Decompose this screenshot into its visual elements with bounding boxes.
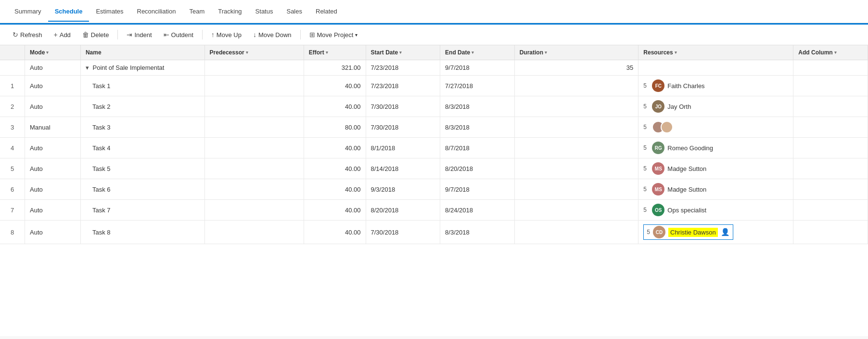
row-addcol-2 [793, 96, 868, 117]
row-addcol-4 [793, 138, 868, 158]
row-name-4[interactable]: Task 4 [80, 138, 204, 158]
col-enddate-header[interactable]: End Date ▾ [440, 45, 515, 60]
row-addcol-1 [793, 76, 868, 96]
row-name-5[interactable]: Task 5 [80, 158, 204, 179]
col-mode-header[interactable]: Mode ▾ [25, 45, 81, 60]
row-duration-5 [514, 158, 638, 179]
summary-name[interactable]: ▾ Point of Sale Implementat [80, 60, 204, 76]
move-up-icon: ↑ [211, 31, 215, 39]
col-addcol-header[interactable]: Add Column ▾ [793, 45, 868, 60]
row-mode-2: Auto [25, 96, 81, 117]
row-num-8: 8 [0, 221, 25, 244]
row-resources-2[interactable]: 5 JO Jay Orth [638, 96, 793, 117]
row-duration-6 [514, 179, 638, 200]
nav-sales[interactable]: Sales [280, 1, 309, 22]
table-row: 4AutoTask 440.008/1/20188/7/2018 5 RG Ro… [0, 138, 868, 158]
add-button[interactable]: + Add [49, 28, 76, 41]
resource-name-4: Romeo Gooding [667, 144, 713, 152]
move-project-button[interactable]: ⊞ Move Project ▾ [305, 28, 363, 41]
summary-resources [638, 60, 793, 76]
nav-summary[interactable]: Summary [8, 1, 48, 22]
row-duration-7 [514, 200, 638, 221]
table-row: 2AutoTask 240.007/30/20188/3/2018 5 JO J… [0, 96, 868, 117]
indent-button[interactable]: ⇥ Indent [122, 28, 156, 41]
row-effort-7: 40.00 [304, 200, 366, 221]
row-resources-8[interactable]: 5 CD Christie Dawson 👤 [638, 221, 793, 244]
move-down-button[interactable]: ↓ Move Down [248, 28, 296, 41]
row-name-6[interactable]: Task 6 [80, 179, 204, 200]
top-nav: Summary Schedule Estimates Reconciliatio… [0, 0, 868, 23]
row-resources-1[interactable]: 5 FC Faith Charles [638, 76, 793, 96]
resource-name-5: Madge Sutton [667, 165, 706, 172]
duration-sort-icon: ▾ [545, 50, 547, 55]
refresh-icon: ↻ [13, 31, 18, 39]
delete-button[interactable]: 🗑 Delete [77, 28, 114, 41]
row-startdate-7: 8/20/2018 [366, 200, 440, 221]
table-body: Auto ▾ Point of Sale Implementat 321.00 … [0, 60, 868, 244]
resource-count-1: 5 [643, 82, 649, 89]
table-row: 8AutoTask 840.007/30/20188/3/2018 5 CD C… [0, 221, 868, 244]
row-duration-1 [514, 76, 638, 96]
row-resources-6[interactable]: 5 MS Madge Sutton [638, 179, 793, 200]
col-name-header[interactable]: Name [80, 45, 204, 60]
collapse-icon[interactable]: ▾ [86, 64, 89, 71]
col-startdate-header[interactable]: Start Date ▾ [366, 45, 440, 60]
nav-status[interactable]: Status [249, 1, 280, 22]
row-predecessor-7 [204, 200, 304, 221]
row-resources-4[interactable]: 5 RG Romeo Gooding [638, 138, 793, 158]
row-enddate-8: 8/3/2018 [440, 221, 515, 244]
row-name-7[interactable]: Task 7 [80, 200, 204, 221]
startdate-sort-icon: ▾ [399, 50, 402, 55]
nav-reconciliation[interactable]: Reconciliation [130, 1, 183, 22]
nav-schedule[interactable]: Schedule [48, 1, 89, 22]
outdent-icon: ⇤ [164, 31, 169, 39]
row-startdate-4: 8/1/2018 [366, 138, 440, 158]
summary-predecessor [204, 60, 304, 76]
outdent-button[interactable]: ⇤ Outdent [159, 28, 198, 41]
move-project-icon: ⊞ [309, 31, 315, 39]
row-name-3[interactable]: Task 3 [80, 117, 204, 138]
col-resources-header[interactable]: Resources ▾ [638, 45, 793, 60]
row-resources-5[interactable]: 5 MS Madge Sutton [638, 158, 793, 179]
table-row: 6AutoTask 640.009/3/20189/7/2018 5 MS Ma… [0, 179, 868, 200]
row-name-2[interactable]: Task 2 [80, 96, 204, 117]
row-mode-5: Auto [25, 158, 81, 179]
row-predecessor-6 [204, 179, 304, 200]
row-startdate-6: 9/3/2018 [366, 179, 440, 200]
delete-icon: 🗑 [82, 31, 89, 39]
row-name-8[interactable]: Task 8 [80, 221, 204, 244]
col-predecessor-header[interactable]: Predecessor ▾ [204, 45, 304, 60]
add-resource-icon-8[interactable]: 👤 [721, 228, 730, 236]
row-resources-7[interactable]: 5 OS Ops specialist [638, 200, 793, 221]
nav-team[interactable]: Team [182, 1, 211, 22]
row-startdate-2: 7/30/2018 [366, 96, 440, 117]
avatar-6: MS [652, 183, 664, 196]
row-mode-3: Manual [25, 117, 81, 138]
resource-name-2: Jay Orth [667, 103, 691, 110]
resource-name-6: Madge Sutton [667, 186, 706, 193]
row-resources-3[interactable]: 5 [638, 117, 793, 138]
row-enddate-3: 8/3/2018 [440, 117, 515, 138]
summary-rownum [0, 60, 25, 76]
table-row: 7AutoTask 740.008/20/20188/24/2018 5 OS … [0, 200, 868, 221]
row-num-6: 6 [0, 179, 25, 200]
row-num-5: 5 [0, 158, 25, 179]
row-num-7: 7 [0, 200, 25, 221]
row-name-1[interactable]: Task 1 [80, 76, 204, 96]
move-up-button[interactable]: ↑ Move Up [206, 28, 246, 41]
row-effort-1: 40.00 [304, 76, 366, 96]
row-mode-8: Auto [25, 221, 81, 244]
resource-count-7: 5 [643, 207, 649, 213]
nav-estimates[interactable]: Estimates [89, 1, 130, 22]
move-project-dropdown-icon: ▾ [355, 32, 357, 38]
summary-mode: Auto [25, 60, 81, 76]
refresh-button[interactable]: ↻ Refresh [8, 28, 47, 41]
row-startdate-3: 7/30/2018 [366, 117, 440, 138]
resource-count-5: 5 [643, 165, 649, 172]
nav-tracking[interactable]: Tracking [211, 1, 248, 22]
avatar-2: JO [652, 100, 664, 113]
col-effort-header[interactable]: Effort ▾ [304, 45, 366, 60]
nav-related[interactable]: Related [309, 1, 344, 22]
row-effort-5: 40.00 [304, 158, 366, 179]
col-duration-header[interactable]: Duration ▾ [514, 45, 638, 60]
